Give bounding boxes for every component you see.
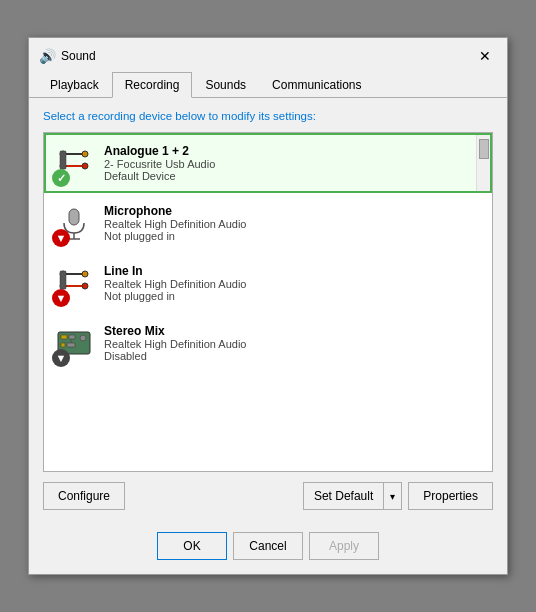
svg-rect-20 bbox=[61, 343, 65, 347]
svg-point-14 bbox=[82, 283, 88, 289]
svg-point-1 bbox=[82, 151, 88, 157]
device-driver-linein: Realtek High Definition Audio bbox=[104, 278, 482, 290]
svg-rect-16 bbox=[60, 271, 66, 289]
tab-bar: Playback Recording Sounds Communications bbox=[29, 72, 507, 98]
device-info-linein: Line In Realtek High Definition Audio No… bbox=[104, 264, 482, 302]
window-title: Sound bbox=[61, 49, 473, 63]
device-status-stereomix: Disabled bbox=[104, 350, 482, 362]
window-icon: 🔊 bbox=[39, 48, 55, 64]
main-content: Select a recording device below to modif… bbox=[29, 98, 507, 522]
svg-rect-18 bbox=[61, 335, 67, 339]
svg-rect-6 bbox=[60, 151, 66, 169]
tab-recording[interactable]: Recording bbox=[112, 72, 193, 98]
device-driver-analogue: 2- Focusrite Usb Audio bbox=[104, 158, 482, 170]
device-list: ✓ Analogue 1 + 2 2- Focusrite Usb Audio … bbox=[43, 132, 493, 472]
configure-button[interactable]: Configure bbox=[43, 482, 125, 510]
action-button-row: Configure Set Default ▾ Properties bbox=[43, 482, 493, 510]
device-driver-microphone: Realtek High Definition Audio bbox=[104, 218, 482, 230]
device-info-microphone: Microphone Realtek High Definition Audio… bbox=[104, 204, 482, 242]
device-icon-analogue: ✓ bbox=[54, 143, 94, 183]
not-plugged-icon-linein: ▼ bbox=[52, 289, 70, 307]
cancel-button[interactable]: Cancel bbox=[233, 532, 303, 560]
device-icon-microphone: ▼ bbox=[54, 203, 94, 243]
apply-button[interactable]: Apply bbox=[309, 532, 379, 560]
device-item-analogue[interactable]: ✓ Analogue 1 + 2 2- Focusrite Usb Audio … bbox=[44, 133, 492, 193]
device-icon-stereomix: ▼ bbox=[54, 323, 94, 363]
scrollbar-thumb bbox=[479, 139, 489, 159]
device-name-linein: Line In bbox=[104, 264, 482, 278]
properties-button[interactable]: Properties bbox=[408, 482, 493, 510]
disabled-icon-stereomix: ▼ bbox=[52, 349, 70, 367]
svg-point-22 bbox=[80, 335, 86, 341]
tab-playback[interactable]: Playback bbox=[37, 72, 112, 98]
sound-dialog: 🔊 Sound ✕ Playback Recording Sounds Comm… bbox=[28, 37, 508, 575]
device-icon-linein: ▼ bbox=[54, 263, 94, 303]
tab-communications[interactable]: Communications bbox=[259, 72, 374, 98]
device-info-analogue: Analogue 1 + 2 2- Focusrite Usb Audio De… bbox=[104, 144, 482, 182]
set-default-button[interactable]: Set Default bbox=[303, 482, 383, 510]
svg-point-11 bbox=[82, 271, 88, 277]
dialog-button-row: OK Cancel Apply bbox=[29, 522, 507, 574]
set-default-group: Set Default ▾ bbox=[303, 482, 402, 510]
device-item-stereomix[interactable]: ▼ Stereo Mix Realtek High Definition Aud… bbox=[44, 313, 492, 373]
device-driver-stereomix: Realtek High Definition Audio bbox=[104, 338, 482, 350]
device-item-microphone[interactable]: ▼ Microphone Realtek High Definition Aud… bbox=[44, 193, 492, 253]
device-name-microphone: Microphone bbox=[104, 204, 482, 218]
instruction-text: Select a recording device below to modif… bbox=[43, 110, 493, 122]
svg-rect-7 bbox=[69, 209, 79, 225]
device-name-stereomix: Stereo Mix bbox=[104, 324, 482, 338]
tab-sounds[interactable]: Sounds bbox=[192, 72, 259, 98]
device-status-analogue: Default Device bbox=[104, 170, 482, 182]
not-plugged-icon-mic: ▼ bbox=[52, 229, 70, 247]
ok-button[interactable]: OK bbox=[157, 532, 227, 560]
close-button[interactable]: ✕ bbox=[473, 46, 497, 66]
device-status-microphone: Not plugged in bbox=[104, 230, 482, 242]
device-status-linein: Not plugged in bbox=[104, 290, 482, 302]
device-info-stereomix: Stereo Mix Realtek High Definition Audio… bbox=[104, 324, 482, 362]
svg-rect-21 bbox=[67, 343, 75, 347]
device-name-analogue: Analogue 1 + 2 bbox=[104, 144, 482, 158]
title-bar: 🔊 Sound ✕ bbox=[29, 38, 507, 70]
device-item-linein[interactable]: ▼ Line In Realtek High Definition Audio … bbox=[44, 253, 492, 313]
default-check-icon: ✓ bbox=[52, 169, 70, 187]
svg-point-4 bbox=[82, 163, 88, 169]
svg-rect-19 bbox=[69, 335, 75, 339]
scrollbar[interactable] bbox=[476, 135, 490, 191]
set-default-dropdown-button[interactable]: ▾ bbox=[383, 482, 402, 510]
